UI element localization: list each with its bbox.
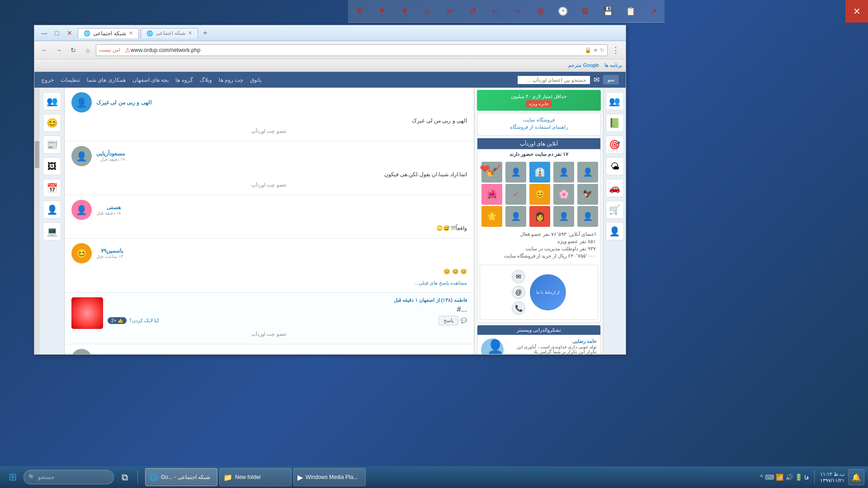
avatar-10[interactable]: 🌺 (481, 184, 502, 205)
contact-email-btn[interactable]: ✉ (512, 270, 525, 283)
forward-button[interactable]: → (52, 44, 65, 56)
toolbar-btn-redo[interactable]: ↪ (510, 4, 525, 19)
toolbar-btn-eraser[interactable]: ◇ (420, 4, 434, 19)
avatar-13[interactable]: 👩 (529, 206, 550, 227)
sidebar-icon-3[interactable]: 🎯 (606, 136, 624, 154)
rs-icon-6[interactable]: 👤 (43, 201, 61, 219)
nav-blog[interactable]: وبلاگ (200, 77, 212, 83)
tray-volume-icon[interactable]: 🔊 (785, 474, 793, 481)
sidebar-icon-6[interactable]: 🛒 (606, 201, 624, 219)
scrollbar-thumb[interactable] (35, 141, 39, 168)
toolbar-btn-undo[interactable]: ↩ (488, 4, 502, 19)
address-input[interactable] (131, 47, 585, 53)
avatar-4[interactable]: 👤 (505, 162, 526, 183)
comment-icon[interactable]: 💬 (461, 318, 467, 324)
site-search-input[interactable] (518, 76, 590, 84)
tab-inactive-close[interactable]: ✕ (188, 30, 192, 36)
rs-icon-7[interactable]: 💻 (43, 222, 61, 240)
nav-settings[interactable]: تنظیمات (61, 77, 80, 83)
menu-dots-button[interactable]: ⋮ (609, 44, 622, 56)
nav-isfahan[interactable]: بچه های اصفهان (132, 77, 169, 83)
tray-network-icon[interactable]: 📶 (776, 474, 783, 481)
post-3-name[interactable]: هستی (96, 204, 121, 211)
post-4-name[interactable]: یاسمین۷۹ (96, 248, 123, 254)
avatar-3[interactable]: 👔 (529, 162, 550, 183)
rs-icon-2[interactable]: 😊 (43, 114, 61, 132)
like-question[interactable]: کیا لایک کردن؟ (129, 318, 159, 324)
browser-tab-active[interactable]: 🌐 شبکه اجتماعی ✕ (78, 28, 138, 38)
contact-at-btn[interactable]: @ (512, 286, 525, 299)
site-scrollbar[interactable] (34, 88, 40, 354)
toolbar-btn-clock[interactable]: 🕐 (556, 4, 570, 19)
taskview-button[interactable]: ⧉ (116, 468, 134, 486)
browser-tab-close-btn[interactable]: ✕ (129, 30, 133, 36)
post-5-name[interactable]: فاطمه (۱۳۸) از اصفهان ۱ دقیقه قبل (108, 297, 467, 303)
toolbar-btn-share[interactable]: ↗ (646, 4, 660, 19)
toolbar-btn-crop[interactable]: ⊞ (533, 4, 547, 19)
avatar-7[interactable]: 🌸 (553, 184, 574, 205)
taskbar-app-browser[interactable]: 🌐 Go... - شبکه اجتماعی (145, 468, 217, 486)
tray-chevron[interactable]: ^ (760, 474, 763, 481)
reply-button[interactable]: پاسخ (439, 316, 458, 325)
rs-icon-5[interactable]: 📅 (43, 179, 61, 197)
notification-button[interactable]: 🔔 (848, 469, 864, 485)
menu-button[interactable]: منو (603, 75, 619, 84)
sidebar-icon-2[interactable]: 📗 (606, 114, 624, 132)
browser-minimize-btn[interactable]: — (38, 27, 51, 39)
taskbar-search[interactable]: 🔍 جستجو (24, 470, 114, 484)
toolbar-btn-2[interactable]: ▼ (375, 4, 389, 19)
avatar-14[interactable]: 👤 (505, 206, 526, 227)
toolbar-btn-delete[interactable]: 🗑 (578, 4, 593, 19)
avatar-2[interactable]: 👤 (553, 162, 574, 183)
avatar-15[interactable]: 🌟 (481, 206, 502, 227)
language-indicator[interactable]: فا (804, 474, 809, 481)
rs-icon-3[interactable]: 📰 (43, 136, 61, 154)
new-tab-button[interactable]: + (200, 28, 211, 38)
nav-patoq[interactable]: پاتوق (250, 77, 261, 83)
refresh-button[interactable]: ↻ (67, 44, 80, 56)
prize-button[interactable]: جایزه ویژه (526, 100, 552, 107)
thanks-name[interactable]: حامد رضایی (507, 338, 597, 344)
sidebar-icon-4[interactable]: 🌤 (606, 157, 624, 175)
avatar-12[interactable]: 👤 (553, 206, 574, 227)
sidebar-icon-5[interactable]: 🚗 (606, 179, 624, 197)
rs-icon-1[interactable]: 👥 (43, 92, 61, 110)
browser-tab-inactive[interactable]: 🌐 شبکه اجتماعی ✕ (141, 28, 198, 38)
start-button[interactable]: ⊞ (4, 468, 22, 486)
shop-link-2[interactable]: راهنمای استفاده از فروشگاه (481, 124, 597, 130)
post-2-name[interactable]: مسعودآریایی (96, 150, 125, 157)
avatar-9[interactable]: ✓ (505, 184, 526, 205)
avatar-8[interactable]: 😊 (529, 184, 550, 205)
nav-logout[interactable]: خروج (41, 77, 54, 83)
view-previous-link[interactable]: مشاهده پاسخ های قبلی... (71, 277, 467, 288)
nav-cooperation[interactable]: همکاری های شما (87, 77, 126, 83)
toolbar-btn-save[interactable]: 💾 (601, 4, 615, 19)
toolbar-btn-pencil[interactable]: ✏ (443, 4, 457, 19)
email-icon[interactable]: ✉ (594, 75, 599, 84)
like-button[interactable]: 👍 +2 (108, 317, 127, 324)
rs-icon-4[interactable]: 🖼 (43, 157, 61, 175)
toolbar-btn-copy[interactable]: 📋 (623, 4, 638, 19)
sidebar-icon-1[interactable]: 👥 (606, 92, 624, 110)
translate-link[interactable]: مترجم Google (568, 62, 599, 68)
toolbar-btn-filter[interactable]: ▼ (397, 4, 412, 19)
toolbar-close-button[interactable]: ✕ (845, 0, 868, 23)
nav-chatroom[interactable]: چت روم ها (219, 77, 244, 83)
apps-link[interactable]: برنامه ها (604, 62, 622, 68)
home-button[interactable]: ⌂ (81, 44, 94, 56)
sidebar-icon-7[interactable]: 👤 (606, 222, 624, 240)
tray-keyboard-icon[interactable]: ⌨ (765, 474, 774, 481)
nav-groups[interactable]: گروه ها (175, 77, 193, 83)
shop-link-1[interactable]: فروشگاه سایت (481, 117, 597, 123)
tray-battery-icon[interactable]: 🔋 (795, 474, 802, 481)
browser-close-btn[interactable]: ✕ (63, 27, 76, 39)
taskbar-app-media[interactable]: ▶ Windows Media Pla... (293, 468, 366, 486)
contact-phone-btn[interactable]: 📞 (512, 301, 525, 315)
toolbar-btn-refresh[interactable]: ↺ (465, 4, 480, 19)
toolbar-btn-1[interactable]: ▼ (352, 4, 367, 19)
browser-maximize-btn[interactable]: □ (51, 27, 63, 39)
tray-clock[interactable]: ۱۱:۱۲ ب.ظ ۱۳۹۷/۱۱/۲۱ (820, 471, 844, 484)
avatar-6[interactable]: 🦅 (577, 184, 598, 205)
avatar-11[interactable]: 👤 (577, 206, 598, 227)
back-button[interactable]: ← (38, 44, 51, 56)
